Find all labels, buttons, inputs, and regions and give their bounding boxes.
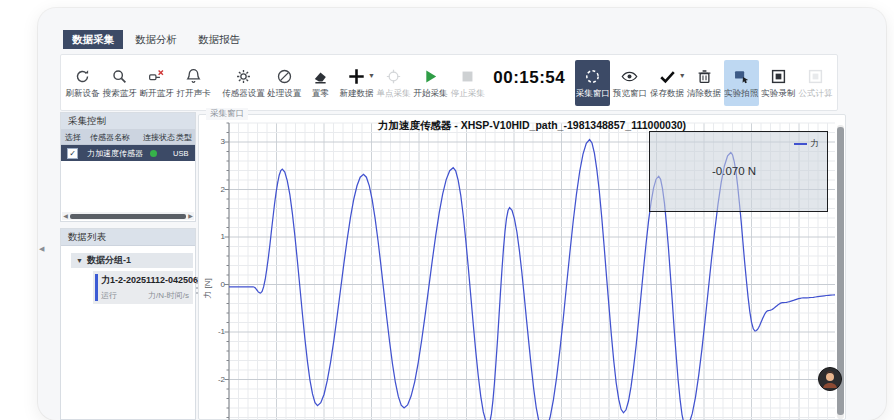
tab-data-report[interactable]: 数据报告 (189, 30, 249, 49)
sensor-name: 力加速度传感器 (87, 148, 140, 159)
sensor-settings-label: 传感器设置 (222, 89, 265, 98)
gear-icon (234, 67, 253, 86)
hscroll-right-arrow-icon[interactable]: ▶ (187, 212, 194, 220)
measurement-annotation-box[interactable]: -0.070 N 力 (649, 131, 828, 212)
collect-control-header: 采集控制 (61, 113, 195, 130)
formula-calc-label: 公式计算 (798, 89, 832, 98)
sensor-table-header: 选择传感器名称连接状态类型 (61, 130, 195, 145)
sensor-table-hscrollbar[interactable]: ◀ ▶ (62, 212, 194, 220)
save-data-button[interactable]: ▼保存数据 (649, 60, 684, 106)
connection-status-dot (150, 150, 157, 157)
avatar-person-icon (819, 368, 841, 390)
y-axis-label: 力 [N] (202, 269, 213, 309)
process-settings-label: 处理设置 (267, 89, 301, 98)
stop-collect-button: 停止采集 (450, 60, 485, 106)
sensor-row[interactable]: ✓力加速度传感器USB (61, 145, 195, 161)
tab-bar: 数据采集数据分析数据报告 (63, 30, 249, 49)
experiment-photo-label: 实验拍照 (724, 89, 758, 98)
item-accent-bar (95, 274, 98, 301)
column-header: 选择 (61, 132, 90, 143)
user-avatar[interactable] (818, 367, 842, 391)
set-zero-button[interactable]: 置零 (304, 60, 337, 106)
process-settings-button[interactable]: 处理设置 (267, 60, 302, 106)
collect-timer: 00:15:54 (493, 68, 565, 88)
y-tick-label: -1 (201, 327, 225, 336)
clear-data-button[interactable]: 清除数据 (687, 60, 722, 106)
chart-legend: 力 (794, 138, 820, 150)
nosign-icon (275, 67, 294, 86)
collect-window-label: 采集窗口 (576, 89, 610, 98)
dropdown-caret-icon[interactable]: ▼ (679, 72, 686, 79)
snapshot-icon (732, 67, 751, 86)
search-bluetooth-button[interactable]: 搜索蓝牙 (102, 60, 137, 106)
crosshair-icon (384, 67, 403, 86)
data-items: 力1-2-20251112-042506⋮运行力/N-时间/s (61, 271, 195, 304)
hscroll-left-arrow-icon[interactable]: ◀ (62, 212, 69, 220)
stop-icon (458, 67, 477, 86)
tab-data-analysis[interactable]: 数据分析 (126, 30, 186, 49)
new-data-button[interactable]: ▼新建数据 (339, 60, 374, 106)
group-collapse-icon[interactable]: ▼ (76, 257, 83, 264)
refresh-icon (73, 67, 92, 86)
dropdown-caret-icon[interactable]: ▼ (368, 72, 375, 79)
sidebar-collapse-icon[interactable]: ◀ (39, 245, 44, 253)
sensor-checkbox[interactable]: ✓ (67, 148, 78, 159)
record-status: 运行 (101, 290, 117, 301)
disconnect-bluetooth-button[interactable]: 断开蓝牙 (139, 60, 174, 106)
experiment-record-button[interactable]: 实验录制 (761, 60, 796, 106)
sensor-table-body: ✓力加速度传感器USB (61, 145, 195, 161)
record-icon (769, 67, 788, 86)
bell-icon (184, 67, 203, 86)
collect-window-button[interactable]: 采集窗口 (575, 60, 610, 106)
column-header: 连接状态 (143, 132, 176, 143)
search-icon (110, 67, 129, 86)
open-soundcard-button[interactable]: 打开声卡 (176, 60, 211, 106)
column-header: 类型 (176, 132, 192, 143)
open-soundcard-label: 打开声卡 (177, 89, 211, 98)
eye-icon (620, 67, 639, 86)
hscroll-thumb[interactable] (70, 214, 186, 219)
y-tick-label: 0 (201, 280, 225, 289)
start-collect-label: 开始采集 (414, 89, 448, 98)
data-record-item[interactable]: 力1-2-20251112-042506⋮运行力/N-时间/s (93, 271, 193, 304)
y-tick-label: 3 (201, 137, 225, 146)
current-value-label: -0.070 N (712, 165, 756, 177)
data-group-label: 数据分组-1 (87, 254, 131, 267)
y-tick-label: 1 (201, 232, 225, 241)
new-data-label: 新建数据 (339, 89, 373, 98)
y-tick-label: 2 (201, 185, 225, 194)
chart-groupbox-label: 采集窗口 (206, 108, 248, 120)
disconnect-bluetooth-label: 断开蓝牙 (140, 89, 174, 98)
refresh-device-label: 刷新设备 (66, 89, 100, 98)
sensor-type: USB (173, 149, 188, 158)
tab-data-collect[interactable]: 数据采集 (63, 30, 123, 49)
plus-icon (347, 67, 366, 86)
legend-line-swatch (794, 143, 807, 145)
dashed-circle-icon (583, 67, 602, 86)
disconnect-icon (147, 67, 166, 86)
toolbar: 刷新设备搜索蓝牙断开蓝牙打开声卡传感器设置处理设置置零▼新建数据单点采集开始采集… (60, 54, 838, 111)
data-group-row[interactable]: ▼ 数据分组-1 (71, 253, 193, 268)
search-bluetooth-label: 搜索蓝牙 (103, 89, 137, 98)
eraser-icon (311, 67, 330, 86)
set-zero-label: 置零 (312, 89, 329, 98)
chart-panel: 力加速度传感器 - XHSP-V10HID_path_-1981348857_1… (198, 114, 846, 420)
y-tick-label: -2 (201, 375, 225, 384)
refresh-device-button[interactable]: 刷新设备 (65, 60, 100, 106)
start-collect-button[interactable]: 开始采集 (413, 60, 448, 106)
single-point-collect-button: 单点采集 (376, 60, 411, 106)
record-signal: 力/N-时间/s (148, 290, 189, 301)
panel-splitter-handle[interactable] (195, 274, 199, 297)
preview-window-button[interactable]: 预览窗口 (612, 60, 647, 106)
sensor-settings-button[interactable]: 传感器设置 (222, 60, 264, 106)
preview-window-label: 预览窗口 (613, 89, 647, 98)
single-point-collect-label: 单点采集 (376, 89, 410, 98)
experiment-photo-button[interactable]: 实验拍照 (724, 60, 759, 106)
collect-control-panel: 采集控制 选择传感器名称连接状态类型 ✓力加速度传感器USB ◀ ▶ (60, 112, 196, 222)
save-data-label: 保存数据 (650, 89, 684, 98)
check-icon (658, 67, 677, 86)
data-list-panel: 数据列表 ▼ 数据分组-1 力1-2-20251112-042506⋮运行力/N… (60, 228, 196, 420)
experiment-record-label: 实验录制 (761, 89, 795, 98)
app-window: 数据采集数据分析数据报告 刷新设备搜索蓝牙断开蓝牙打开声卡传感器设置处理设置置零… (38, 8, 886, 420)
column-header: 传感器名称 (90, 132, 143, 143)
